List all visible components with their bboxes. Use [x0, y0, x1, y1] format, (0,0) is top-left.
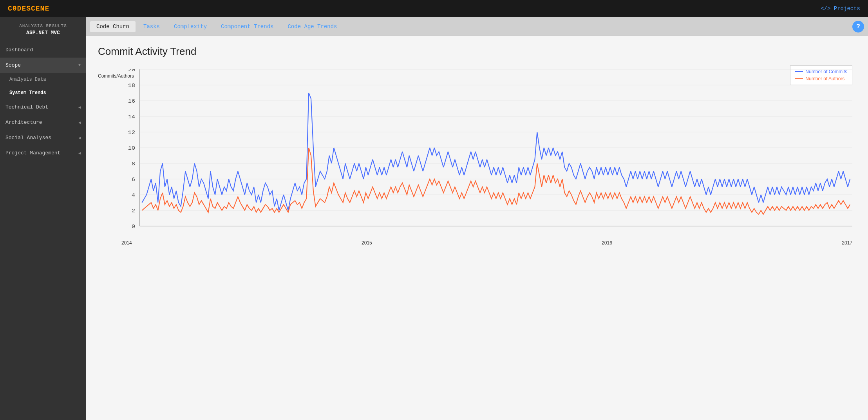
page-title: Commit Activity Trend: [98, 45, 856, 58]
sidebar-item-technical-debt[interactable]: Technical Debt ◀: [0, 100, 86, 115]
help-button[interactable]: ?: [852, 21, 864, 33]
svg-text:18: 18: [128, 83, 135, 89]
chart-svg-area: 20 18 16 14 12 10 8 6 4 2 0: [121, 69, 852, 234]
dashboard-label: Dashboard: [5, 47, 33, 53]
architecture-arrow: ◀: [78, 120, 81, 125]
svg-text:0: 0: [132, 224, 135, 230]
projects-link[interactable]: </> Projects: [821, 5, 860, 12]
svg-text:10: 10: [128, 145, 135, 151]
technical-debt-arrow: ◀: [78, 105, 81, 110]
project-management-arrow: ◀: [78, 151, 81, 156]
sidebar: ANALYSIS RESULTS ASP.NET MVC Dashboard S…: [0, 17, 86, 420]
x-label-2015: 2015: [362, 240, 372, 246]
x-label-2014: 2014: [121, 240, 132, 246]
top-nav: C0DESCENE </> Projects: [0, 0, 868, 17]
tab-bar: Code Churn Tasks Complexity Component Tr…: [86, 17, 868, 36]
sidebar-item-social-analyses[interactable]: Social Analyses ◀: [0, 130, 86, 145]
chart-container: Number of Commits Number of Authors Comm…: [98, 65, 856, 269]
svg-text:16: 16: [128, 98, 135, 104]
scope-label: Scope: [5, 62, 21, 68]
x-axis-labels: 2014 2015 2016 2017: [121, 240, 852, 246]
svg-text:8: 8: [132, 161, 135, 167]
sidebar-item-dashboard[interactable]: Dashboard: [0, 42, 86, 58]
svg-text:14: 14: [128, 114, 135, 120]
tab-tasks[interactable]: Tasks: [137, 21, 166, 32]
sidebar-sub-item-system-trends[interactable]: System Trends: [0, 86, 86, 100]
sidebar-item-scope[interactable]: Scope ▼: [0, 58, 86, 73]
svg-text:12: 12: [128, 130, 135, 136]
sidebar-item-architecture[interactable]: Architecture ◀: [0, 115, 86, 130]
scope-arrow: ▼: [78, 63, 81, 67]
tab-complexity[interactable]: Complexity: [168, 21, 213, 32]
content-area: Code Churn Tasks Complexity Component Tr…: [86, 17, 868, 420]
logo-highlight: C: [8, 5, 13, 13]
svg-text:2: 2: [132, 208, 135, 214]
analysis-data-label: Analysis Data: [9, 77, 46, 82]
technical-debt-label: Technical Debt: [5, 104, 48, 110]
page-content: Commit Activity Trend Number of Commits …: [86, 36, 868, 420]
sidebar-header: ANALYSIS RESULTS ASP.NET MVC: [0, 17, 86, 42]
architecture-label: Architecture: [5, 119, 42, 125]
svg-text:4: 4: [132, 192, 135, 198]
sidebar-sub-item-analysis-data[interactable]: Analysis Data: [0, 73, 86, 86]
x-label-2017: 2017: [842, 240, 852, 246]
main-layout: ANALYSIS RESULTS ASP.NET MVC Dashboard S…: [0, 17, 868, 420]
social-analyses-arrow: ◀: [78, 136, 81, 140]
tab-code-age-trends[interactable]: Code Age Trends: [281, 21, 343, 32]
svg-text:20: 20: [128, 69, 135, 73]
chart-wrapper: Commits/Authors: [98, 65, 856, 253]
social-analyses-label: Social Analyses: [5, 135, 51, 141]
project-name: ASP.NET MVC: [5, 30, 81, 36]
system-trends-label: System Trends: [9, 90, 46, 96]
svg-text:6: 6: [132, 177, 135, 183]
analysis-label: ANALYSIS RESULTS: [5, 24, 81, 28]
logo: C0DESCENE: [8, 5, 49, 13]
tab-component-trends[interactable]: Component Trends: [215, 21, 280, 32]
tab-code-churn[interactable]: Code Churn: [90, 21, 136, 32]
x-label-2016: 2016: [602, 240, 612, 246]
sidebar-item-project-management[interactable]: Project Management ◀: [0, 145, 86, 161]
project-management-label: Project Management: [5, 150, 60, 156]
